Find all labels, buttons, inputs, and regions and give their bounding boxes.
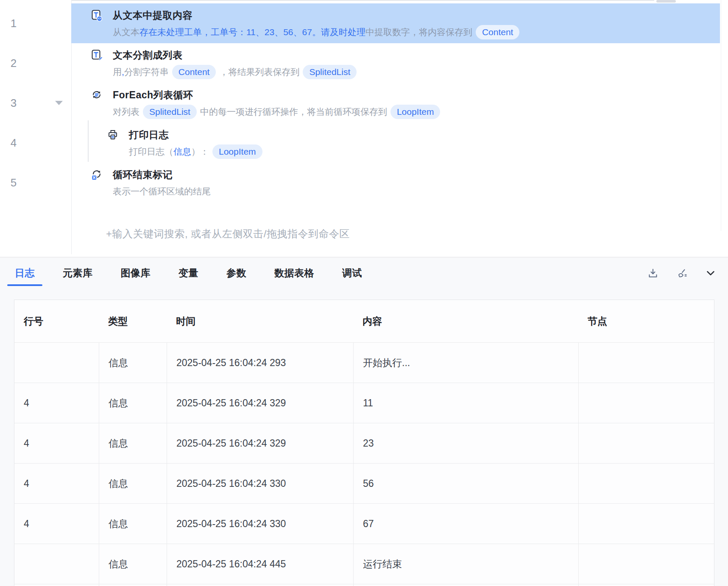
panel-tabbar: 日志 元素库 图像库 变量 参数 数据表格 调试 xyxy=(7,258,728,289)
log-row[interactable]: 4 信息 2025-04-25 16:04:24 329 11 xyxy=(14,383,714,423)
panel-actions xyxy=(647,258,716,289)
step-description: 对列表 SplitedList 中的每一项进行循环操作，将当前循环项保存到 Lo… xyxy=(113,103,721,121)
cell-content: 开始执行... xyxy=(353,343,578,383)
cell-content: 67 xyxy=(353,504,578,544)
cell-type: 信息 xyxy=(99,423,167,463)
cell-line xyxy=(14,343,99,383)
tab-debug[interactable]: 调试 xyxy=(335,258,370,289)
variable-pill[interactable]: LoopItem xyxy=(390,105,441,119)
log-row[interactable]: 4 信息 2025-04-25 16:04:24 330 67 xyxy=(14,503,714,544)
cell-node xyxy=(578,383,714,423)
text-extract-icon: <> xyxy=(91,9,103,21)
desc-text: 用 xyxy=(113,66,122,78)
variable-pill[interactable]: Content xyxy=(172,65,216,79)
step-row-5[interactable]: 5 循环结束标记 表示一个循环区域的结尾 xyxy=(0,163,721,203)
cell-line xyxy=(14,544,99,584)
column-header-type: 类型 xyxy=(99,315,167,328)
variable-pill[interactable]: SplitedList xyxy=(143,105,197,119)
desc-text: ）： xyxy=(191,146,209,158)
rpa-editor: 1 <> 从文本中提取内容 从文本 存在未处理工单，工单号 xyxy=(0,0,728,586)
cell-type: 信息 xyxy=(99,544,167,584)
desc-text: 表示一个循环区域的结尾 xyxy=(113,186,211,197)
step-description: 从文本 存在未处理工单，工单号：11、23、56、67。请及时处理 中提取数字，… xyxy=(113,23,721,41)
step-description: 打印日志（ 信息 ）： LoopItem xyxy=(129,143,721,161)
cell-type: 信息 xyxy=(99,383,167,423)
step-title: 从文本中提取内容 xyxy=(113,9,192,22)
desc-value: 存在未处理工单，工单号：11、23、56、67。请及时处理 xyxy=(139,26,365,38)
variable-pill[interactable]: SplitedList xyxy=(303,65,357,79)
desc-text: 打印日志（ xyxy=(129,146,173,158)
collapse-icon[interactable] xyxy=(705,268,716,279)
tab-data-table[interactable]: 数据表格 xyxy=(267,258,322,289)
log-table-header: 行号 类型 时间 内容 节点 xyxy=(14,300,714,342)
desc-text: 中的每一项进行循环操作，将当前循环项保存到 xyxy=(200,106,387,118)
cell-content: 11 xyxy=(353,383,578,423)
cell-time: 2025-04-25 16:04:24 329 xyxy=(167,423,353,463)
column-header-node: 节点 xyxy=(578,315,714,328)
cell-time: 2025-04-25 16:04:24 293 xyxy=(167,343,353,383)
cell-node xyxy=(578,504,714,544)
cell-time: 2025-04-25 16:04:24 445 xyxy=(167,544,353,584)
scrollbar-track xyxy=(721,0,721,231)
step-description: 用 , 分割字符串 Content ，将结果列表保存到 SplitedList xyxy=(113,63,721,81)
printer-icon xyxy=(107,129,119,141)
log-row xyxy=(14,584,714,586)
cell-type: 信息 xyxy=(99,343,167,383)
log-row[interactable]: 信息 2025-04-25 16:04:24 293 开始执行... xyxy=(14,342,714,383)
desc-value: 信息 xyxy=(173,146,191,158)
cell-node xyxy=(578,423,714,463)
cell-node xyxy=(578,464,714,503)
cell-type: 信息 xyxy=(99,464,167,503)
step-title: 文本分割成列表 xyxy=(113,49,183,62)
desc-text: 中提取数字，将内容保存到 xyxy=(365,26,472,38)
loop-end-icon xyxy=(91,169,103,181)
step-row-3[interactable]: 3 ForEach列表循环 对列 xyxy=(0,83,721,123)
desc-text: ，将结果列表保存到 xyxy=(219,66,299,78)
step-title: 打印日志 xyxy=(129,128,169,142)
desc-text: 分割字符串 xyxy=(124,66,169,78)
download-icon[interactable] xyxy=(647,268,658,279)
log-table: 行号 类型 时间 内容 节点 信息 2025-04-25 16:04:24 29… xyxy=(14,300,714,586)
log-row[interactable]: 信息 2025-04-25 16:04:24 445 运行结束 xyxy=(14,544,714,584)
column-header-time: 时间 xyxy=(167,315,353,328)
step-row-4[interactable]: 4 打印日志 打印日志（ xyxy=(0,123,721,163)
variable-pill[interactable]: LoopItem xyxy=(212,144,262,158)
cell-line: 4 xyxy=(14,383,99,423)
clear-icon[interactable] xyxy=(676,268,687,279)
cell-type: 信息 xyxy=(99,504,167,544)
log-row[interactable]: 4 信息 2025-04-25 16:04:24 330 56 xyxy=(14,463,714,503)
cell-time: 2025-04-25 16:04:24 330 xyxy=(167,504,353,544)
tab-element-library[interactable]: 元素库 xyxy=(55,258,100,289)
cell-line: 4 xyxy=(14,423,99,463)
scrollbar-thumb[interactable] xyxy=(656,0,676,3)
text-split-icon xyxy=(91,49,103,61)
cell-content: 56 xyxy=(353,464,578,503)
step-title: ForEach列表循环 xyxy=(113,89,193,102)
cell-time: 2025-04-25 16:04:24 329 xyxy=(167,383,353,423)
cell-node xyxy=(578,544,714,584)
log-row[interactable]: 4 信息 2025-04-25 16:04:24 329 23 xyxy=(14,423,714,463)
cell-content: 运行结束 xyxy=(353,544,578,584)
column-header-content: 内容 xyxy=(353,315,578,328)
cell-line: 4 xyxy=(14,464,99,503)
tab-image-library[interactable]: 图像库 xyxy=(113,258,159,289)
cell-line: 4 xyxy=(14,504,99,544)
step-description: 表示一个循环区域的结尾 xyxy=(113,183,721,200)
cell-time: 2025-04-25 16:04:24 330 xyxy=(167,464,353,503)
svg-text:<>: <> xyxy=(98,17,101,20)
tab-log[interactable]: 日志 xyxy=(7,258,42,289)
cell-node xyxy=(578,343,714,383)
tab-variables[interactable]: 变量 xyxy=(171,258,206,289)
step-row-2[interactable]: 2 文本分割成列表 用 , 分割字符串 Con xyxy=(0,43,721,83)
foreach-loop-icon xyxy=(91,89,103,101)
column-header-line: 行号 xyxy=(14,315,99,328)
step-row-1[interactable]: 1 <> 从文本中提取内容 从文本 存在未处理工单，工单号 xyxy=(0,3,721,43)
cell-content: 23 xyxy=(353,423,578,463)
command-area: 1 <> 从文本中提取内容 从文本 存在未处理工单，工单号 xyxy=(0,0,728,257)
step-title: 循环结束标记 xyxy=(113,168,173,181)
command-search-placeholder[interactable]: +输入关键词搜索, 或者从左侧双击/拖拽指令到命令区 xyxy=(106,227,350,241)
variable-pill[interactable]: Content xyxy=(476,25,520,39)
desc-text: 对列表 xyxy=(113,106,139,118)
tab-parameters[interactable]: 参数 xyxy=(219,258,254,289)
desc-text: 从文本 xyxy=(113,26,139,38)
